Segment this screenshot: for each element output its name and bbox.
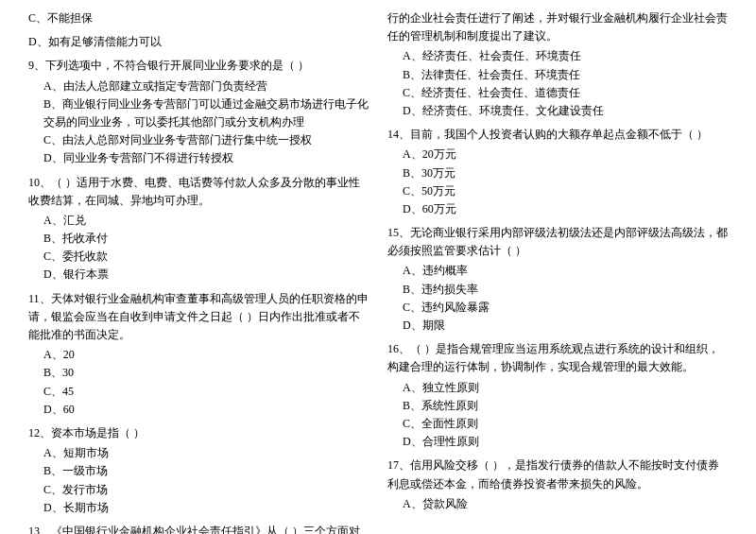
- option-line: B、托收承付: [28, 230, 369, 248]
- option-line: A、贷款风险: [387, 495, 728, 513]
- option-line: C、全面性原则: [387, 415, 728, 433]
- two-column-layout: C、不能担保D、如有足够清偿能力可以9、下列选项中，不符合银行开展同业业务要求的…: [28, 9, 728, 534]
- question-title: 11、天体对银行业金融机构审查董事和高级管理人员的任职资格的申请，银监会应当在自…: [28, 290, 369, 345]
- option-line: D、长期市场: [28, 499, 369, 517]
- option-line: C、委托收款: [28, 248, 369, 266]
- option-line: B、30: [28, 364, 369, 382]
- question-title: 12、资本市场是指（ ）: [28, 424, 369, 442]
- option-line: B、违约损失率: [387, 281, 728, 299]
- option-line: A、经济责任、社会责任、环境责任: [387, 47, 728, 65]
- question-title: 15、无论商业银行采用内部评级法初级法还是内部评级法高级法，都必须按照监管要求估…: [387, 224, 728, 260]
- right-column: 行的企业社会责任进行了阐述，并对银行业金融机构履行企业社会责任的管理机制和制度提…: [378, 9, 728, 534]
- question-block: 11、天体对银行业金融机构审查董事和高级管理人员的任职资格的申请，银监会应当在自…: [28, 290, 369, 419]
- left-column: C、不能担保D、如有足够清偿能力可以9、下列选项中，不符合银行开展同业业务要求的…: [28, 9, 378, 534]
- question-block: 14、目前，我国个人投资者认购的大额存单起点金额不低于（ ）A、20万元B、30…: [387, 126, 728, 218]
- question-block: 13、《中国银行业金融机构企业社会责任指引》从（ ）三个方面对银行业金融机构应履: [28, 523, 369, 534]
- option-line: D、合理性原则: [387, 433, 728, 451]
- question-block: 行的企业社会责任进行了阐述，并对银行业金融机构履行企业社会责任的管理机制和制度提…: [387, 9, 728, 120]
- option-line: A、汇兑: [28, 212, 369, 230]
- question-title: 13、《中国银行业金融机构企业社会责任指引》从（ ）三个方面对银行业金融机构应履: [28, 523, 369, 534]
- option-line: D、期限: [387, 317, 728, 335]
- option-line: B、系统性原则: [387, 397, 728, 415]
- option-line: A、违约概率: [387, 262, 728, 280]
- option-line: B、30万元: [387, 164, 728, 182]
- option-line: C、45: [28, 383, 369, 401]
- option-line: A、20万元: [387, 146, 728, 164]
- option-line: D、60: [28, 401, 369, 419]
- option-line: D、经济责任、环境责任、文化建设责任: [387, 102, 728, 120]
- question-title: 10、（ ）适用于水费、电费、电话费等付款人众多及分散的事业性收费结算，在同城、…: [28, 174, 369, 210]
- question-title: 9、下列选项中，不符合银行开展同业业务要求的是（ ）: [28, 57, 369, 75]
- option-line: C、由法人总部对同业业务专营部门进行集中统一授权: [28, 131, 369, 149]
- option-line: C、50万元: [387, 182, 728, 200]
- option-line: C、经济责任、社会责任、道德责任: [387, 84, 728, 102]
- question-title: 17、信用风险交移（ ），是指发行债券的借款人不能按时支付债券利息或偿还本金，而…: [387, 456, 728, 492]
- page-content: C、不能担保D、如有足够清偿能力可以9、下列选项中，不符合银行开展同业业务要求的…: [28, 9, 728, 534]
- option-line: C、违约风险暴露: [387, 299, 728, 317]
- question-title: 16、（ ）是指合规管理应当运用系统观点进行系统的设计和组织，构建合理的运行体制…: [387, 340, 728, 376]
- question-block: 9、下列选项中，不符合银行开展同业业务要求的是（ ）A、由法人总部建立或指定专营…: [28, 57, 369, 167]
- question-block: 15、无论商业银行采用内部评级法初级法还是内部评级法高级法，都必须按照监管要求估…: [387, 224, 728, 335]
- question-block: 17、信用风险交移（ ），是指发行债券的借款人不能按时支付债券利息或偿还本金，而…: [387, 456, 728, 513]
- option-line: A、由法人总部建立或指定专营部门负责经营: [28, 78, 369, 95]
- option-line: C、发行市场: [28, 481, 369, 499]
- question-title: D、如有足够清偿能力可以: [28, 33, 369, 51]
- question-block: C、不能担保: [28, 9, 369, 27]
- option-line: B、法律责任、社会责任、环境责任: [387, 66, 728, 84]
- option-line: A、独立性原则: [387, 379, 728, 397]
- option-line: D、同业业务专营部门不得进行转授权: [28, 149, 369, 167]
- option-line: A、20: [28, 346, 369, 364]
- question-block: 12、资本市场是指（ ）A、短期市场B、一级市场C、发行市场D、长期市场: [28, 424, 369, 517]
- option-line: B、一级市场: [28, 462, 369, 480]
- question-title: 14、目前，我国个人投资者认购的大额存单起点金额不低于（ ）: [387, 126, 728, 144]
- question-title: 行的企业社会责任进行了阐述，并对银行业金融机构履行企业社会责任的管理机制和制度提…: [387, 9, 728, 45]
- question-block: 10、（ ）适用于水费、电费、电话费等付款人众多及分散的事业性收费结算，在同城、…: [28, 174, 369, 284]
- option-line: B、商业银行同业业务专营部门可以通过金融交易市场进行电子化交易的同业业务，可以委…: [28, 95, 369, 131]
- question-block: D、如有足够清偿能力可以: [28, 33, 369, 51]
- option-line: D、60万元: [387, 200, 728, 218]
- question-block: 16、（ ）是指合规管理应当运用系统观点进行系统的设计和组织，构建合理的运行体制…: [387, 340, 728, 451]
- option-line: A、短期市场: [28, 444, 369, 462]
- question-title: C、不能担保: [28, 9, 369, 27]
- option-line: D、银行本票: [28, 266, 369, 284]
